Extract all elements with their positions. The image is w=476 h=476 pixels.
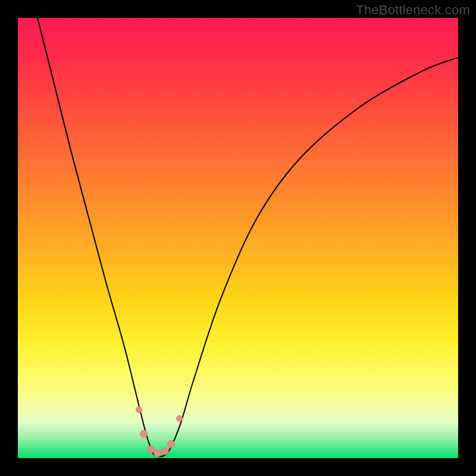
curve-marker [147,446,154,453]
curve-marker [136,407,142,413]
curve-marker [168,440,175,447]
curve-line [18,0,458,456]
curve-marker [154,450,161,457]
curve-marker [140,430,148,437]
curve-markers [136,407,183,457]
chart-plot-area [18,18,458,458]
attribution-label: TheBottleneck.com [356,2,470,18]
bottleneck-curve [18,18,458,458]
curve-marker [177,415,183,421]
curve-marker [161,447,168,455]
